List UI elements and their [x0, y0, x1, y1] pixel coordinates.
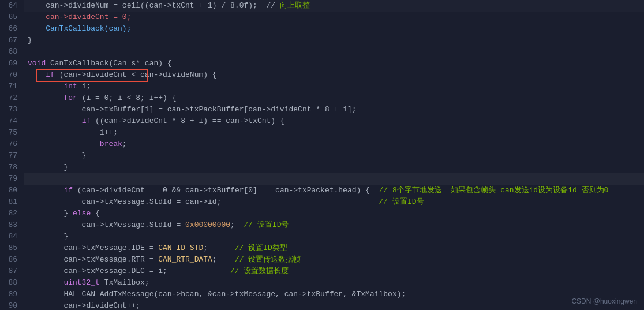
line-number: 72	[0, 92, 24, 104]
line-number: 86	[0, 254, 24, 266]
line-code: can->txMessage.StdId = 0x00000000; // 设置…	[24, 219, 644, 231]
code-table: 64 can->divideNum = ceil((can->txCnt + 1…	[0, 0, 644, 310]
watermark: CSDN @huoxingwen	[571, 297, 637, 305]
line-number: 84	[0, 231, 24, 242]
line-number: 67	[0, 35, 24, 46]
line-code: CanTxCallback(can);	[24, 23, 644, 35]
line-number: 77	[0, 150, 24, 162]
line-code: }	[24, 35, 644, 46]
line-number: 73	[0, 104, 24, 115]
line-code: break;	[24, 139, 644, 150]
line-code: can->txMessage.RTR = CAN_RTR_DATA; // 设置…	[24, 254, 644, 266]
line-number: 90	[0, 300, 24, 310]
line-number: 89	[0, 289, 24, 300]
line-number: 69	[0, 58, 24, 69]
line-number: 76	[0, 139, 24, 150]
line-code: can->txBuffer[i] = can->txPackBuffer[can…	[24, 104, 644, 115]
line-code	[24, 46, 644, 58]
line-code: can->txMessage.DLC = i; // 设置数据长度	[24, 266, 644, 277]
line-number: 79	[0, 173, 24, 185]
line-code: can->divideNum = ceil((can->txCnt + 1) /…	[24, 0, 644, 12]
line-code: if ((can->divideCnt * 8 + i) == can->txC…	[24, 115, 644, 127]
line-code	[24, 173, 644, 185]
line-number: 85	[0, 242, 24, 254]
line-number: 81	[0, 196, 24, 208]
line-number: 80	[0, 185, 24, 196]
line-number: 87	[0, 266, 24, 277]
line-code: if (can->divideCnt == 0 && can->txBuffer…	[24, 185, 644, 196]
line-code: i++;	[24, 127, 644, 139]
line-code: }	[24, 150, 644, 162]
line-number: 64	[0, 0, 24, 12]
line-code: can->divideCnt = 0;	[24, 12, 644, 23]
line-number: 82	[0, 208, 24, 219]
line-code: can->txMessage.IDE = CAN_ID_STD; // 设置ID…	[24, 242, 644, 254]
line-code: }	[24, 231, 644, 242]
line-code: can->txMessage.StdId = can->id; // 设置ID号	[24, 196, 644, 208]
line-code: can->divideCnt++;	[24, 300, 644, 310]
line-code: int i;	[24, 81, 644, 92]
line-number: 70	[0, 69, 24, 81]
line-number: 68	[0, 46, 24, 58]
line-code: for (i = 0; i < 8; i++) {	[24, 92, 644, 104]
line-number: 83	[0, 219, 24, 231]
code-editor: 64 can->divideNum = ceil((can->txCnt + 1…	[0, 0, 644, 310]
line-code: uint32_t TxMailbox;	[24, 277, 644, 289]
line-number: 78	[0, 162, 24, 173]
line-number: 66	[0, 23, 24, 35]
line-number: 74	[0, 115, 24, 127]
line-number: 65	[0, 12, 24, 23]
line-code: HAL_CAN_AddTxMessage(can->hcan, &can->tx…	[24, 289, 644, 300]
line-code: } else {	[24, 208, 644, 219]
line-code: }	[24, 162, 644, 173]
line-number: 71	[0, 81, 24, 92]
line-code: void CanTxCallback(Can_s* can) {	[24, 58, 644, 69]
line-code: if (can->divideCnt < can->divideNum) {	[24, 69, 644, 81]
line-number: 75	[0, 127, 24, 139]
line-number: 88	[0, 277, 24, 289]
